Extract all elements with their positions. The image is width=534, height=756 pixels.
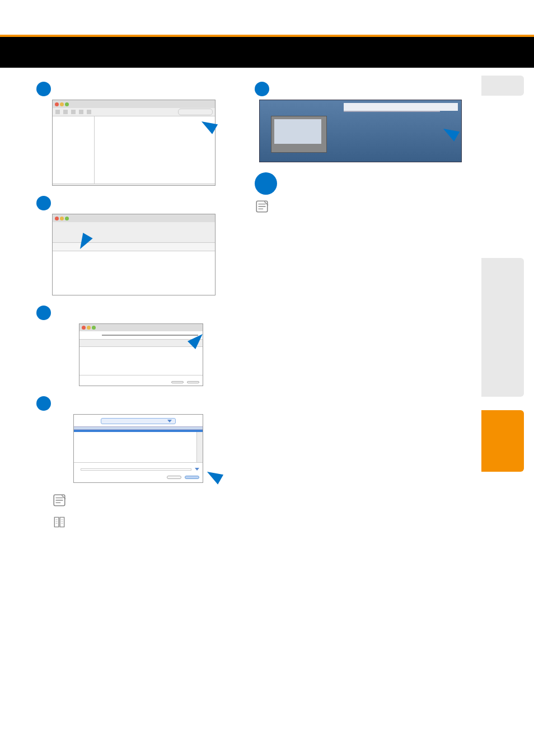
ok-badge [255,172,277,195]
connection-dropdown[interactable] [102,335,198,336]
step-19 [255,82,462,96]
search-field[interactable] [178,109,213,115]
arrow-annotation-icon [441,124,460,141]
fig-connection-select [79,323,203,386]
step-badge [36,196,51,210]
pm-select[interactable] [81,468,191,471]
add-button[interactable] [185,476,199,479]
ok-row [255,172,462,195]
status-bar [53,184,215,185]
step-badge [255,82,269,96]
step-badge [36,82,51,96]
step-badge [36,396,51,411]
step-badge [36,306,51,320]
cancel-button[interactable] [167,476,181,479]
tab-mac-network[interactable] [481,410,524,472]
monitor-icon [271,116,327,153]
app-menu[interactable] [344,111,440,112]
toolbar[interactable] [53,222,215,243]
menubar[interactable] [344,103,458,111]
step-15 [36,82,238,96]
tab-setting-up[interactable] [481,76,524,96]
add-button[interactable] [187,381,199,383]
note-guide [52,515,238,531]
fig-quit-menu [259,100,462,162]
cancel-button[interactable] [171,381,184,383]
step-18 [36,396,238,411]
utilities-grid[interactable] [95,116,215,184]
side-tabs [481,76,524,564]
fig-add-printer [73,414,203,483]
step-17 [36,306,238,320]
arrow-annotation-icon [199,116,218,134]
fig-printer-list [52,214,216,295]
black-banner [0,37,534,68]
left-column [36,82,238,537]
connection-select[interactable] [101,418,176,424]
note-icon [52,493,70,509]
sidebar-favorites[interactable] [53,116,95,184]
book-icon [52,515,70,531]
step-16 [36,196,238,210]
arrow-annotation-icon [204,467,223,484]
tab-network-users[interactable] [481,487,524,564]
fig-utilities-window [52,100,216,186]
note-icon [255,199,273,215]
tab-installing[interactable] [481,258,524,397]
page-header [0,0,534,35]
right-column [255,82,462,537]
note-network-guide [255,199,462,215]
note-ethernet [52,493,238,509]
